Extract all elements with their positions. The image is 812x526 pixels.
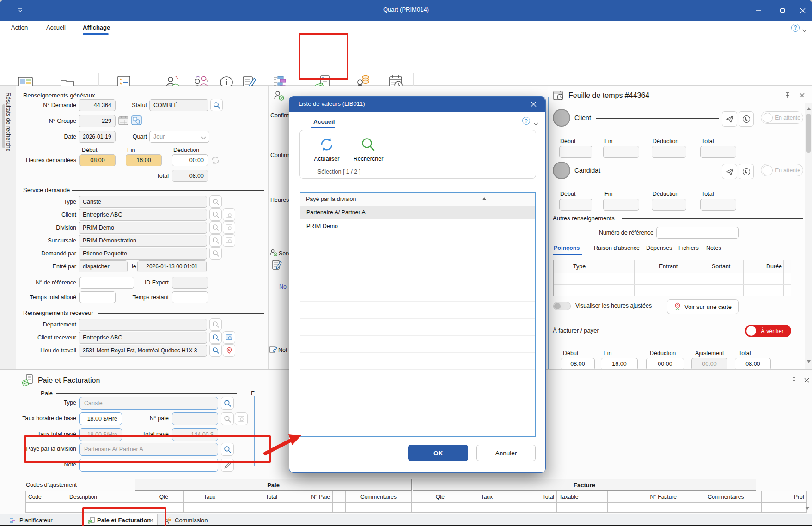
list-header-row[interactable]: Payé par la division xyxy=(300,193,535,206)
col-code[interactable]: Code xyxy=(25,491,67,502)
entre-par-field[interactable]: dispatcher xyxy=(79,260,128,272)
close-button[interactable] xyxy=(793,0,812,21)
rechercher-button[interactable]: Rechercher xyxy=(348,135,389,165)
col-taxable[interactable]: Taxable xyxy=(557,491,597,502)
n-paie-search-button[interactable] xyxy=(221,412,234,425)
type-field[interactable]: Cariste xyxy=(79,196,207,208)
heures-fin-field[interactable]: 16:00 xyxy=(126,154,162,166)
table-row-cell[interactable] xyxy=(460,502,495,513)
client-preview-button[interactable] xyxy=(223,208,235,221)
dialog-close-icon[interactable] xyxy=(531,101,537,107)
table-row-cell[interactable] xyxy=(184,502,218,513)
succursale-search-button[interactable] xyxy=(209,234,222,247)
voir-carte-button[interactable]: Voir sur une carte xyxy=(667,299,739,314)
col-description[interactable]: Description xyxy=(67,491,143,502)
table-scroll-down-icon[interactable] xyxy=(805,507,810,510)
col-qte-facture[interactable]: Qté xyxy=(412,491,447,502)
division-search-button[interactable] xyxy=(209,221,222,234)
col-small[interactable] xyxy=(597,491,608,502)
help-chevron-icon[interactable] xyxy=(803,26,806,34)
col-n-paie[interactable]: N° Paie xyxy=(280,491,333,502)
timesheet-scrollbar[interactable] xyxy=(805,103,812,369)
pay-type-field[interactable]: Cariste xyxy=(79,397,218,410)
tab-depenses[interactable]: Dépenses xyxy=(646,245,672,251)
dialog-help-chevron-icon[interactable] xyxy=(534,119,537,127)
temps-alloue-field[interactable] xyxy=(79,291,116,303)
table-row-cell[interactable] xyxy=(333,502,346,513)
tab-notes[interactable]: Notes xyxy=(706,245,721,251)
col-commentaires-facture[interactable]: Commentaires xyxy=(690,491,762,502)
col-small[interactable] xyxy=(495,491,507,502)
client-total-field[interactable] xyxy=(700,146,736,158)
table-row-cell[interactable] xyxy=(495,502,507,513)
date-field[interactable]: 2026-01-19 xyxy=(79,131,116,143)
statut-field[interactable]: COMBLÉ xyxy=(149,99,208,111)
dialog-help-icon[interactable]: ? xyxy=(522,117,530,125)
col-small[interactable] xyxy=(447,491,460,502)
table-row-cell[interactable] xyxy=(218,502,231,513)
table-row-cell[interactable] xyxy=(346,502,412,513)
tab-raison-absence[interactable]: Raison d'absence xyxy=(594,245,640,251)
table-row-cell[interactable] xyxy=(507,502,557,513)
statut-search-button[interactable] xyxy=(210,99,223,111)
fact-debut-field[interactable]: 08:00 xyxy=(561,358,595,370)
taux-horaire-field[interactable]: 18.00 $/Hre xyxy=(79,412,122,425)
client-receveur-preview-button[interactable] xyxy=(223,331,235,344)
menu-tab-action[interactable]: Action xyxy=(11,24,28,31)
col-small[interactable] xyxy=(333,491,346,502)
tab-fichiers[interactable]: Fichiers xyxy=(678,245,699,251)
scroll-up-icon[interactable] xyxy=(807,107,811,110)
notes-tab-truncated[interactable]: Not xyxy=(278,347,289,353)
group-preview-icon[interactable] xyxy=(131,115,142,126)
heures-deduction-field[interactable]: 00:00 xyxy=(172,154,208,166)
demande-par-field[interactable]: Etienne Paquette xyxy=(79,248,207,260)
phone-client-button[interactable] xyxy=(739,111,754,127)
col-small[interactable] xyxy=(608,491,618,502)
fact-deduction-field[interactable]: 00:00 xyxy=(646,358,684,370)
annuler-button[interactable]: Annuler xyxy=(476,445,536,461)
client-debut-field[interactable] xyxy=(559,146,592,158)
statusbar-tab-planificateur[interactable]: Planificateur xyxy=(19,517,53,524)
minimize-button[interactable] xyxy=(748,0,769,21)
candidat-avatar[interactable] xyxy=(553,162,570,179)
close-panel-icon[interactable] xyxy=(800,93,805,98)
close-panel-icon[interactable] xyxy=(804,378,809,383)
type-search-button[interactable] xyxy=(209,195,222,208)
client-receveur-search-button[interactable] xyxy=(209,331,222,344)
heures-ajustees-toggle[interactable] xyxy=(553,302,571,310)
quart-dropdown[interactable]: Jour xyxy=(149,131,209,143)
table-row-cell[interactable] xyxy=(762,502,807,513)
table-row-cell[interactable] xyxy=(679,502,690,513)
succursale-preview-button[interactable] xyxy=(223,234,235,247)
col-prof[interactable]: Prof xyxy=(762,491,807,502)
pay-type-search-button[interactable] xyxy=(221,397,234,410)
col-taux-facture[interactable]: Taux xyxy=(460,491,495,502)
n-groupe-field[interactable]: 229 xyxy=(79,115,116,127)
col-small[interactable] xyxy=(218,491,231,502)
n-paie-preview-button[interactable] xyxy=(235,412,248,425)
candidat-fin-field[interactable] xyxy=(603,199,639,211)
menu-tab-affichage[interactable]: Affichage xyxy=(83,24,110,31)
help-icon[interactable]: ? xyxy=(791,24,800,32)
calendar-icon[interactable] xyxy=(118,115,129,126)
col-n-facture[interactable]: N° Facture xyxy=(618,491,679,502)
tab-poincons[interactable]: Poinçons xyxy=(554,245,580,251)
table-row-cell[interactable] xyxy=(608,502,618,513)
client-deduction-field[interactable] xyxy=(652,146,686,158)
ok-button[interactable]: OK xyxy=(408,445,468,461)
heures-debut-field[interactable]: 08:00 xyxy=(79,154,116,166)
statusbar-tab-commission[interactable]: Commission xyxy=(175,517,208,524)
fact-total-field[interactable]: 08:00 xyxy=(735,358,771,370)
n-paie-field[interactable] xyxy=(172,412,218,425)
client-fin-field[interactable] xyxy=(603,146,639,158)
lieu-travail-map-pin-button[interactable] xyxy=(223,344,235,357)
candidat-debut-field[interactable] xyxy=(559,199,592,211)
candidat-deduction-field[interactable] xyxy=(652,199,686,211)
n-demande-field[interactable]: 44 364 xyxy=(79,99,116,111)
a-verifier-toggle[interactable]: À vérifier xyxy=(745,325,791,337)
col-commentaires-paie[interactable]: Commentaires xyxy=(346,491,412,502)
fact-fin-field[interactable]: 16:00 xyxy=(601,358,638,370)
scroll-down-icon[interactable] xyxy=(807,360,811,363)
fact-ajustement-field[interactable]: 00:00 xyxy=(691,358,727,370)
departement-field[interactable] xyxy=(79,319,207,331)
